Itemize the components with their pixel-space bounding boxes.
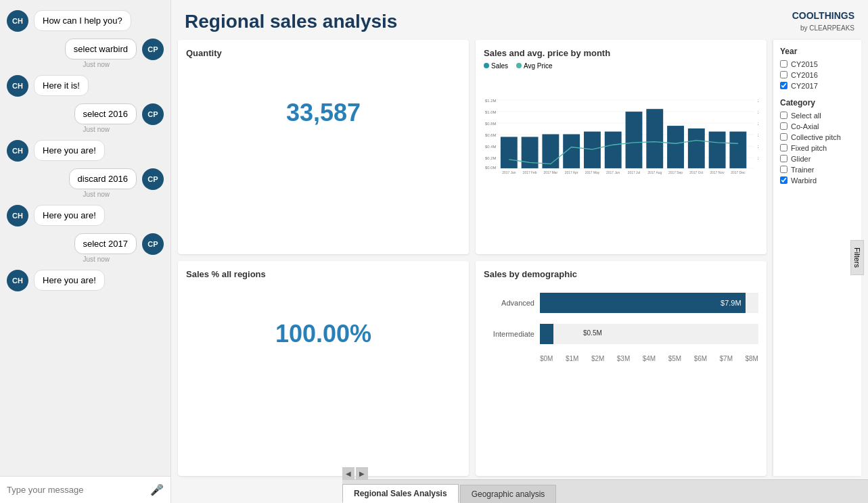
bar-jun: [605, 131, 622, 168]
svg-text:2017 Dec: 2017 Dec: [731, 170, 746, 174]
avatar-ch: CH: [7, 270, 28, 291]
filter-checkbox-selectall[interactable]: [780, 112, 787, 119]
demo-bar-wrap: $0.5M: [540, 324, 758, 344]
message-time: Just now: [74, 256, 137, 263]
svg-text:2017 Apr: 2017 Apr: [565, 170, 578, 174]
dashboard-header: Regional sales analysis COOLTHINGS by CL…: [171, 0, 868, 40]
filter-label: Co-Axial: [791, 122, 819, 130]
chat-input-area[interactable]: 🎤: [0, 476, 170, 503]
demo-label: Advanced: [484, 299, 534, 307]
chat-bubble: How can I help you?: [34, 10, 131, 31]
filter-checkbox-cy2017[interactable]: [780, 82, 787, 89]
demo-label: Intermediate: [484, 330, 534, 338]
tab-regional-sales[interactable]: Regional Sales Analysis: [342, 484, 459, 503]
svg-text:$0.4M: $0.4M: [485, 144, 496, 148]
bottom-tabs: Regional Sales Analysis Geographic analy…: [342, 479, 868, 503]
demo-row-advanced: Advanced $7.9M: [484, 293, 758, 313]
sales-demo-card: Sales by demographic Advanced $7.9M Inte…: [476, 261, 767, 476]
sales-pct-value: 100.00%: [186, 320, 461, 348]
chat-input[interactable]: [7, 485, 145, 495]
filter-item-trainer[interactable]: Trainer: [780, 166, 854, 174]
avatar-ch: CH: [7, 10, 28, 32]
filter-label: CY2016: [791, 71, 818, 79]
dashboard: Regional sales analysis COOLTHINGS by CL…: [171, 0, 868, 503]
chat-bubble: select 2016: [74, 103, 137, 124]
quantity-card: Quantity 33,587: [178, 40, 469, 255]
chat-bubble: Here you are!: [34, 205, 105, 226]
filter-item-collectivepitch[interactable]: Collective pitch: [780, 133, 854, 141]
svg-text:$1.0M: $1.0M: [485, 110, 496, 114]
filter-label: Select all: [791, 112, 821, 120]
chat-bubble: select 2017: [74, 233, 137, 254]
message-row: CH Here you are!: [7, 270, 164, 291]
svg-text:2017 Aug: 2017 Aug: [647, 170, 662, 174]
nav-arrows: ◀ ▶: [342, 467, 368, 479]
avatar-ch: CH: [7, 75, 28, 97]
demo-axis: $0M $1M $2M $3M $4M $5M $6M $7M $8M: [540, 355, 758, 362]
demo-bar: $7.9M: [540, 293, 746, 313]
svg-text:2017 Jun: 2017 Jun: [606, 170, 620, 174]
dashboard-body: Quantity 33,587 Sales and avg. price by …: [171, 40, 868, 503]
filters-tab[interactable]: Filters: [850, 240, 864, 275]
filter-checkbox-coaxial[interactable]: [780, 122, 787, 130]
quantity-title: Quantity: [186, 48, 461, 58]
svg-text:270: 270: [758, 98, 758, 102]
filter-item-cy2016[interactable]: CY2016: [780, 71, 854, 79]
filter-checkbox-glider[interactable]: [780, 155, 787, 162]
sales-pct-title: Sales % all regions: [186, 269, 461, 279]
filter-checkbox-warbird[interactable]: [780, 176, 787, 184]
bar-oct: [688, 128, 705, 168]
demo-bar: [540, 324, 553, 344]
demo-bar-wrap: $7.9M: [540, 293, 758, 313]
filter-checkbox-trainer[interactable]: [780, 166, 787, 173]
chat-bubble: Here it is!: [34, 75, 89, 96]
filter-item-cy2015[interactable]: CY2015: [780, 60, 854, 68]
filter-label: CY2015: [791, 60, 818, 68]
sales-chart-svg: $1.2M $1.0M $0.8M $0.6M $0.4M $0.2M $0.0…: [484, 72, 758, 197]
svg-text:230: 230: [758, 144, 758, 148]
svg-text:250: 250: [758, 121, 758, 125]
bar-jan: [501, 137, 518, 168]
filter-checkbox-cy2015[interactable]: [780, 60, 787, 68]
message-time: Just now: [74, 126, 137, 133]
filter-checkbox-cy2016[interactable]: [780, 71, 787, 78]
chat-panel: CH How can I help you? CP select warbird…: [0, 0, 171, 503]
microphone-icon[interactable]: 🎤: [150, 483, 164, 496]
filter-item-selectall[interactable]: Select all: [780, 112, 854, 120]
avatar-cp: CP: [142, 168, 164, 190]
brand-logo: COOLTHINGS by CLEARPEAKS: [792, 10, 854, 33]
tab-geographic[interactable]: Geographic analysis: [460, 485, 557, 503]
filter-item-cy2017[interactable]: CY2017: [780, 82, 854, 90]
svg-text:2017 May: 2017 May: [585, 170, 600, 174]
svg-text:2017 Sep: 2017 Sep: [668, 170, 683, 174]
nav-prev-arrow[interactable]: ◀: [342, 467, 355, 479]
demo-row-intermediate: Intermediate $0.5M: [484, 324, 758, 344]
filters-panel: Year CY2015 CY2016 CY2017 Category Selec…: [773, 40, 861, 476]
sales-avg-title: Sales and avg. price by month: [484, 48, 758, 58]
filter-item-warbird[interactable]: Warbird: [780, 176, 854, 185]
chat-bubble: Here you are!: [34, 270, 105, 291]
filter-item-fixedpitch[interactable]: Fixed pitch: [780, 144, 854, 152]
chat-bubble: Here you are!: [34, 140, 105, 161]
avatar-cp: CP: [142, 233, 164, 255]
svg-text:2017 Jan: 2017 Jan: [502, 170, 516, 174]
sales-pct-card: Sales % all regions 100.00%: [178, 261, 469, 476]
filter-checkbox-collectivepitch[interactable]: [780, 133, 787, 141]
avatar-ch: CH: [7, 140, 28, 162]
nav-next-arrow[interactable]: ▶: [356, 467, 368, 479]
svg-text:$0.0M: $0.0M: [485, 166, 496, 170]
bar-aug: [646, 109, 663, 168]
page-title: Regional sales analysis: [185, 11, 397, 32]
svg-text:2017 Mar: 2017 Mar: [544, 170, 558, 174]
filter-checkbox-fixedpitch[interactable]: [780, 144, 787, 151]
message-row: CP select warbird Just now: [7, 39, 164, 68]
svg-text:2017 Oct: 2017 Oct: [689, 170, 704, 174]
filter-label: Collective pitch: [791, 133, 841, 141]
svg-text:$1.2M: $1.2M: [485, 98, 496, 102]
chart-legend: Sales Avg Price: [484, 62, 758, 70]
message-row: CP discard 2016 Just now: [7, 168, 164, 198]
filter-item-coaxial[interactable]: Co-Axial: [780, 122, 854, 130]
message-row: CP select 2017 Just now: [7, 233, 164, 263]
avatar-cp: CP: [142, 103, 164, 125]
filter-item-glider[interactable]: Glider: [780, 155, 854, 163]
